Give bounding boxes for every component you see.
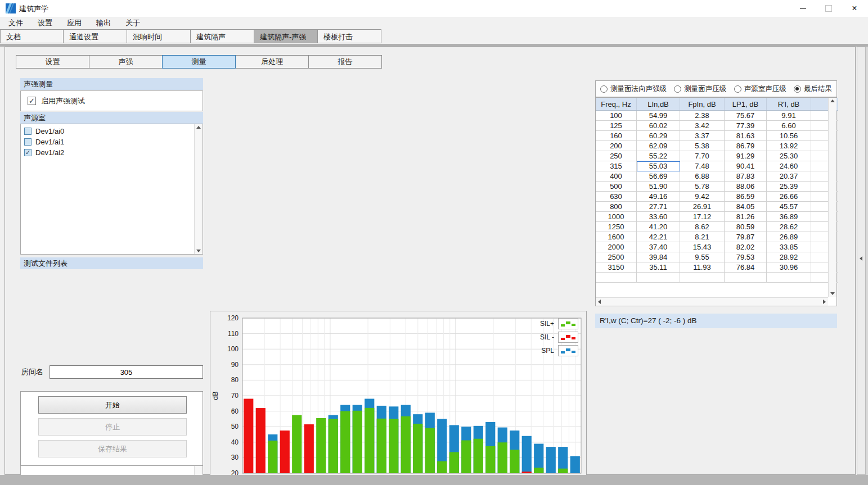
table-cell[interactable]: 3150: [596, 262, 637, 273]
radio-option[interactable]: 测量面声压级: [674, 84, 726, 94]
table-cell[interactable]: 10.56: [767, 131, 811, 141]
table-cell[interactable]: 35.11: [637, 262, 680, 273]
table-cell[interactable]: 1250: [596, 222, 637, 232]
sub-tab[interactable]: 测量: [162, 55, 236, 69]
table-cell[interactable]: 400: [596, 171, 637, 182]
table-cell[interactable]: 6.88: [680, 171, 725, 182]
table-cell[interactable]: 39.84: [637, 252, 680, 262]
table-cell[interactable]: 60.02: [637, 121, 680, 131]
table-cell[interactable]: [767, 273, 811, 283]
table-cell[interactable]: [680, 273, 725, 283]
table-cell[interactable]: 33.85: [767, 242, 811, 252]
table-cell[interactable]: 37.40: [637, 242, 680, 252]
table-cell[interactable]: [725, 273, 767, 283]
menu-item[interactable]: 应用: [60, 17, 89, 29]
table-cell[interactable]: 9.42: [680, 192, 725, 202]
table-cell[interactable]: 33.60: [637, 212, 680, 222]
table-cell[interactable]: 45.57: [767, 202, 811, 212]
table-cell[interactable]: 315: [596, 161, 637, 171]
table-cell[interactable]: 54.99: [637, 111, 680, 121]
table-cell[interactable]: 3.42: [680, 121, 725, 131]
table-cell[interactable]: 11.93: [680, 262, 725, 273]
table-cell[interactable]: 630: [596, 192, 637, 202]
radio-button[interactable]: [600, 85, 608, 93]
channel-checkbox[interactable]: [24, 128, 32, 135]
sub-tab[interactable]: 设置: [16, 55, 89, 69]
table-cell[interactable]: 26.89: [767, 232, 811, 242]
stop-button[interactable]: 停止: [38, 418, 187, 436]
table-cell[interactable]: 36.89: [767, 212, 811, 222]
table-cell[interactable]: 13.92: [767, 141, 811, 151]
table-cell[interactable]: 2500: [596, 252, 637, 262]
table-cell[interactable]: 84.05: [725, 202, 767, 212]
table-cell[interactable]: 9.91: [767, 111, 811, 121]
room-name-input[interactable]: [50, 365, 203, 379]
table-cell[interactable]: 100: [596, 111, 637, 121]
table-cell[interactable]: 1600: [596, 232, 637, 242]
table-cell[interactable]: 88.06: [725, 182, 767, 192]
radio-button[interactable]: [674, 85, 681, 93]
scroll-up-arrow[interactable]: [830, 99, 835, 102]
table-cell[interactable]: 1000: [596, 212, 637, 222]
main-tab[interactable]: 通道设置: [64, 29, 127, 43]
table-cell[interactable]: 26.91: [680, 202, 725, 212]
table-vertical-scrollbar[interactable]: [828, 98, 836, 297]
enable-intensity-checkbox[interactable]: ✓: [28, 97, 36, 105]
table-cell[interactable]: 81.63: [725, 131, 767, 141]
table-cell[interactable]: 8.21: [680, 232, 725, 242]
table-cell[interactable]: 3.37: [680, 131, 725, 141]
channel-row[interactable]: Dev1/ai1: [21, 137, 203, 147]
table-cell[interactable]: 2000: [596, 242, 637, 252]
channel-row[interactable]: Dev1/ai0: [21, 126, 203, 137]
table-cell[interactable]: 82.02: [725, 242, 767, 252]
table-cell[interactable]: 250: [596, 151, 637, 161]
table-cell[interactable]: 49.16: [637, 192, 680, 202]
table-cell[interactable]: 6.60: [767, 121, 811, 131]
main-tab[interactable]: 文档: [0, 29, 64, 43]
table-cell[interactable]: 24.60: [767, 161, 811, 171]
scroll-up-arrow[interactable]: [196, 126, 201, 129]
sub-tab[interactable]: 后处理: [235, 55, 309, 69]
table-cell[interactable]: 9.55: [680, 252, 725, 262]
main-tab[interactable]: 建筑隔声: [191, 29, 254, 43]
table-cell[interactable]: 55.03: [637, 161, 680, 171]
channel-list-scrollbar[interactable]: [194, 124, 203, 254]
main-tab[interactable]: 混响时间: [127, 29, 191, 43]
channel-row[interactable]: ✓Dev1/ai2: [21, 147, 203, 158]
table-cell[interactable]: 2.38: [680, 111, 725, 121]
table-cell[interactable]: 25.39: [767, 182, 811, 192]
table-cell[interactable]: 160: [596, 131, 637, 141]
table-cell[interactable]: 55.22: [637, 151, 680, 161]
table-cell[interactable]: [637, 273, 680, 283]
table-cell[interactable]: 77.39: [725, 121, 767, 131]
table-cell[interactable]: 80.59: [725, 222, 767, 232]
menu-item[interactable]: 文件: [1, 17, 30, 29]
table-cell[interactable]: 26.66: [767, 192, 811, 202]
table-cell[interactable]: 5.38: [680, 141, 725, 151]
radio-button[interactable]: [734, 85, 741, 93]
table-cell[interactable]: 20.37: [767, 171, 811, 182]
table-cell[interactable]: 91.29: [725, 151, 767, 161]
table-cell[interactable]: 86.79: [725, 141, 767, 151]
table-cell[interactable]: 125: [596, 121, 637, 131]
table-cell[interactable]: 27.71: [637, 202, 680, 212]
radio-option[interactable]: 最后结果: [794, 84, 832, 94]
maximize-button[interactable]: [816, 0, 842, 17]
menu-item[interactable]: 关于: [118, 17, 147, 29]
start-button[interactable]: 开始: [38, 396, 187, 414]
table-cell[interactable]: 90.41: [725, 161, 767, 171]
table-cell[interactable]: 28.62: [767, 222, 811, 232]
close-button[interactable]: ×: [842, 0, 867, 17]
table-cell[interactable]: 42.21: [637, 232, 680, 242]
table-cell[interactable]: 5.78: [680, 182, 725, 192]
table-cell[interactable]: 62.09: [637, 141, 680, 151]
main-tab[interactable]: 建筑隔声-声强: [254, 29, 318, 43]
table-header-cell[interactable]: Freq., Hz: [596, 98, 637, 111]
table-cell[interactable]: 76.84: [725, 262, 767, 273]
minimize-button[interactable]: [790, 0, 816, 17]
table-header-cell[interactable]: LP1, dB: [725, 98, 767, 111]
scroll-down-arrow[interactable]: [830, 292, 835, 295]
sub-tab[interactable]: 报告: [308, 55, 382, 69]
menu-item[interactable]: 设置: [30, 17, 60, 29]
table-cell[interactable]: 8.62: [680, 222, 725, 232]
